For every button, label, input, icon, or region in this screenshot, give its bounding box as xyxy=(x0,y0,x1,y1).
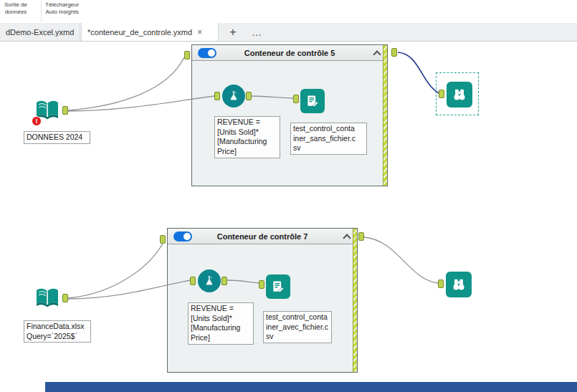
container-output-anchor[interactable] xyxy=(358,232,364,241)
close-tab-icon[interactable]: × xyxy=(79,28,80,37)
tab-label: *conteneur_de_controle.yxmd xyxy=(87,28,192,37)
tool-output-anchor[interactable] xyxy=(221,277,227,285)
tool-input-anchor[interactable] xyxy=(438,279,444,288)
tab-conteneur-de-controle[interactable]: *conteneur_de_controle.yxmd × xyxy=(81,23,219,41)
workflow-tab-bar: dDemo-Excel.yxmd × *conteneur_de_control… xyxy=(0,23,577,42)
tool-input-anchor[interactable] xyxy=(214,92,220,100)
container-input-anchor[interactable] xyxy=(184,51,190,59)
container-title: Conteneur de contrôle 7 xyxy=(168,232,357,241)
container-output-anchor[interactable] xyxy=(391,48,397,57)
tool-output-anchor[interactable] xyxy=(246,92,252,100)
formula-tool[interactable] xyxy=(198,269,221,292)
tool-input-anchor[interactable] xyxy=(190,277,196,285)
control-container-7[interactable]: Conteneur de contrôle 7 xyxy=(167,228,358,373)
formula-annotation[interactable]: REVENUE = [Units Sold]* [Manufacturing P… xyxy=(188,302,254,345)
tool-input-anchor[interactable] xyxy=(439,90,444,98)
tab-demo-excel[interactable]: dDemo-Excel.yxmd × xyxy=(0,23,80,41)
toggle-on-switch[interactable] xyxy=(198,48,216,58)
output-annotation[interactable]: test_control_conta iner_sans_fichier.c s… xyxy=(290,123,367,155)
container-edge-stripe xyxy=(383,45,387,186)
binoculars-icon xyxy=(451,277,467,292)
container-header[interactable]: Conteneur de contrôle 7 xyxy=(168,229,357,244)
container-edge-stripe xyxy=(353,229,357,372)
tool-output-anchor[interactable] xyxy=(62,294,68,302)
toolbar-item-data-output[interactable]: Sortie de données xyxy=(4,1,27,16)
toggle-on-switch[interactable] xyxy=(173,231,192,242)
alteryx-designer-window: Sortie de données Téléchargeur Auto Insi… xyxy=(0,0,577,392)
input-tool-label[interactable]: DONNEES 2024 xyxy=(24,131,90,144)
container-title: Conteneur de contrôle 5 xyxy=(192,49,387,57)
document-pen-icon xyxy=(305,94,320,108)
input-data-tool[interactable] xyxy=(34,285,60,312)
toolbar-item-auto-insights-uploader[interactable]: Téléchargeur Auto Insights xyxy=(45,1,79,16)
new-tab-button[interactable]: + xyxy=(224,23,242,41)
tool-input-anchor[interactable] xyxy=(259,280,264,289)
control-container-5[interactable]: Conteneur de contrôle 5 xyxy=(191,44,388,186)
formula-tool[interactable] xyxy=(222,85,245,107)
tool-input-anchor[interactable] xyxy=(293,95,299,103)
input-tool-label[interactable]: FinanceData.xlsx Query=`2025$` xyxy=(24,320,91,343)
binoculars-icon xyxy=(452,87,467,102)
tool-output-anchor[interactable] xyxy=(62,106,68,115)
document-pen-icon xyxy=(271,279,285,294)
tab-label: dDemo-Excel.yxmd xyxy=(6,28,74,37)
flask-icon xyxy=(227,90,240,102)
flask-icon xyxy=(203,274,216,287)
bottom-window-strip xyxy=(45,382,577,392)
browse-tool[interactable] xyxy=(447,82,472,107)
output-annotation[interactable]: test_control_conta iner_avec_fichier.c s… xyxy=(263,311,332,343)
tab-overflow-button[interactable]: … xyxy=(248,23,265,41)
formula-annotation[interactable]: REVENUE = [Units Sold]* [Manufacturing P… xyxy=(214,116,280,158)
output-data-tool[interactable] xyxy=(266,274,290,299)
output-data-tool[interactable] xyxy=(300,89,325,113)
toolbar-divider xyxy=(41,0,42,21)
book-icon xyxy=(34,285,60,310)
container-header[interactable]: Conteneur de contrôle 5 xyxy=(192,45,387,61)
browse-tool[interactable] xyxy=(446,272,472,297)
close-tab-icon[interactable]: × xyxy=(197,28,202,37)
container-input-anchor[interactable] xyxy=(160,235,166,244)
toolbar: Sortie de données Téléchargeur Auto Insi… xyxy=(0,0,577,23)
error-badge-icon: ! xyxy=(32,116,42,126)
